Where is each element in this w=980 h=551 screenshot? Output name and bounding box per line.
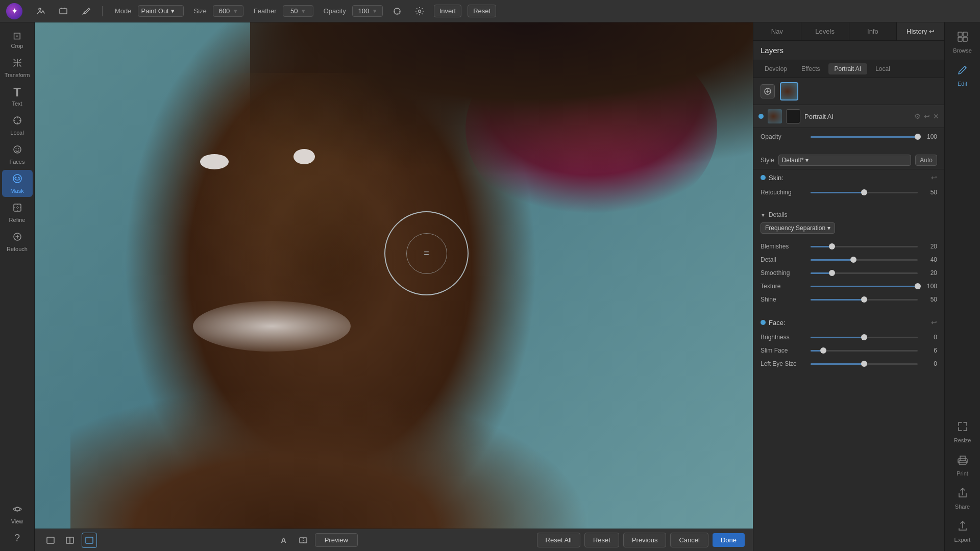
- svg-point-7: [18, 148, 19, 149]
- tool-btn-1[interactable]: [33, 3, 49, 19]
- text-overlay-btn[interactable]: A: [276, 533, 291, 548]
- far-right-edit[interactable]: Edit: [947, 60, 978, 91]
- left-eye-size-thumb[interactable]: [861, 361, 867, 367]
- tool-mask[interactable]: Mask: [2, 170, 33, 197]
- skin-sliders: Retouching 50: [753, 184, 944, 207]
- view-split-btn[interactable]: [62, 533, 78, 548]
- tool-retouch[interactable]: Retouch: [2, 228, 33, 255]
- invert-btn[interactable]: Invert: [434, 5, 462, 17]
- layer-thumbnail[interactable]: [780, 82, 798, 101]
- face-label: Face:: [769, 319, 928, 327]
- canvas-image[interactable]: =: [35, 22, 753, 529]
- blemishes-value: 20: [922, 243, 937, 250]
- retouching-thumb[interactable]: [861, 189, 867, 195]
- tool-crop[interactable]: ⊡ Crop: [2, 28, 33, 52]
- tool-transform[interactable]: Transform: [2, 54, 33, 81]
- done-btn[interactable]: Done: [713, 533, 745, 547]
- smoothing-thumb[interactable]: [829, 270, 835, 276]
- style-select[interactable]: Default* ▾: [778, 155, 912, 166]
- auto-btn[interactable]: Auto: [915, 155, 937, 166]
- detail-thumb[interactable]: [850, 257, 856, 263]
- reset-btn-bottom[interactable]: Reset: [584, 533, 619, 547]
- blemishes-slider[interactable]: [811, 246, 918, 247]
- far-right-print[interactable]: Print: [947, 449, 978, 481]
- sub-tab-local[interactable]: Local: [869, 63, 896, 74]
- tool-refine[interactable]: Refine: [2, 199, 33, 226]
- color-picker-btn[interactable]: [389, 3, 405, 19]
- shine-thumb[interactable]: [861, 296, 867, 303]
- tool-text[interactable]: T Text: [2, 83, 33, 110]
- freq-sep-select[interactable]: Frequency Separation ▾: [761, 222, 835, 234]
- brightness-thumb[interactable]: [861, 334, 867, 340]
- svg-rect-20: [958, 32, 962, 36]
- add-layer-btn[interactable]: [761, 84, 775, 98]
- sub-tab-portrait-ai[interactable]: Portrait AI: [828, 63, 868, 74]
- detail-slider[interactable]: [811, 259, 918, 261]
- opacity-input[interactable]: 100 ▾: [352, 5, 383, 17]
- smoothing-label: Smoothing: [761, 269, 806, 277]
- nav-tab-history[interactable]: History ↩: [897, 22, 944, 40]
- compare-btn[interactable]: [296, 533, 311, 548]
- bottom-center: A Preview: [276, 533, 358, 548]
- nav-tab-levels[interactable]: Levels: [801, 22, 849, 40]
- tool-btn-2[interactable]: [55, 3, 71, 19]
- svg-point-6: [15, 148, 16, 149]
- size-input[interactable]: 600 ▾: [213, 5, 243, 17]
- retouch-label: Retouch: [7, 246, 28, 252]
- nav-tab-nav[interactable]: Nav: [753, 22, 801, 40]
- blemishes-thumb[interactable]: [829, 243, 835, 249]
- tool-help[interactable]: ?: [2, 530, 33, 546]
- sub-tab-develop[interactable]: Develop: [758, 63, 793, 74]
- svg-rect-1: [60, 9, 67, 14]
- left-eye-size-slider[interactable]: [811, 363, 918, 365]
- slim-face-thumb[interactable]: [820, 347, 826, 354]
- previous-btn[interactable]: Previous: [623, 533, 667, 547]
- layer-actions-icons: ⚙ ↩ ✕: [914, 112, 939, 120]
- opacity-label: Opacity: [324, 7, 346, 15]
- far-right-share[interactable]: Share: [947, 483, 978, 514]
- sub-tab-effects[interactable]: Effects: [795, 63, 826, 74]
- crop-label: Crop: [11, 43, 23, 49]
- cancel-btn[interactable]: Cancel: [670, 533, 708, 547]
- browse-label: Browse: [953, 47, 972, 54]
- far-right-browse[interactable]: Browse: [947, 27, 978, 58]
- tool-view[interactable]: View: [2, 500, 33, 528]
- mode-select[interactable]: Paint Out ▾: [138, 5, 184, 17]
- texture-slider[interactable]: [811, 286, 918, 287]
- settings-btn[interactable]: [411, 3, 428, 19]
- smoothing-slider[interactable]: [811, 272, 918, 274]
- reset-all-btn[interactable]: Reset All: [537, 533, 580, 547]
- face-reset-icon[interactable]: ↩: [931, 318, 937, 327]
- opacity-slider[interactable]: [811, 136, 918, 138]
- view-single-btn[interactable]: [43, 533, 58, 548]
- toolbar-divider-1: [102, 6, 103, 16]
- skin-reset-icon[interactable]: ↩: [931, 173, 937, 182]
- far-right-resize[interactable]: Resize: [947, 416, 978, 447]
- nav-tab-info[interactable]: Info: [849, 22, 897, 40]
- slim-face-row: Slim Face 6: [761, 347, 937, 354]
- shine-slider[interactable]: [811, 299, 918, 300]
- layer-close-icon[interactable]: ✕: [933, 112, 939, 120]
- texture-thumb[interactable]: [915, 283, 921, 289]
- brightness-slider[interactable]: [811, 337, 918, 338]
- opacity-thumb[interactable]: [915, 134, 921, 140]
- detail-value: 40: [922, 256, 937, 263]
- slim-face-slider[interactable]: [811, 350, 918, 352]
- export-label: Export: [954, 537, 971, 543]
- layer-preview-thumb: [768, 109, 782, 123]
- tool-local[interactable]: Local: [2, 112, 33, 139]
- layer-reset-icon[interactable]: ↩: [924, 112, 930, 120]
- retouching-slider[interactable]: [811, 192, 918, 193]
- details-section-header[interactable]: ▼ Details: [753, 207, 944, 220]
- feather-input[interactable]: 50 ▾: [283, 5, 313, 17]
- svg-rect-17: [86, 537, 93, 543]
- face-category-header: Face: ↩: [753, 314, 944, 329]
- tool-btn-3[interactable]: [78, 3, 94, 19]
- far-right-export[interactable]: Export: [947, 516, 978, 547]
- view-full-btn[interactable]: [82, 533, 97, 548]
- reset-btn[interactable]: Reset: [468, 5, 496, 17]
- preview-btn[interactable]: Preview: [315, 533, 358, 547]
- tool-faces[interactable]: Faces: [2, 141, 33, 168]
- svg-point-3: [418, 10, 421, 12]
- layer-gear-icon[interactable]: ⚙: [914, 112, 921, 120]
